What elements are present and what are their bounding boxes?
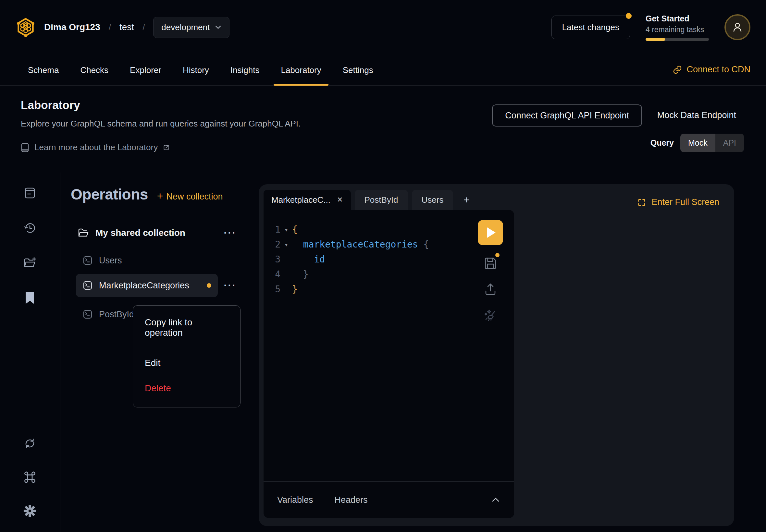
code-line: 4 } xyxy=(263,267,514,282)
breadcrumb-org[interactable]: Dima Org123 xyxy=(44,22,100,32)
tab-schema[interactable]: Schema xyxy=(21,65,66,85)
play-icon xyxy=(487,227,496,238)
add-collection-folder-icon[interactable] xyxy=(23,256,37,270)
breadcrumb-project[interactable]: test xyxy=(119,22,134,32)
left-icon-rail xyxy=(0,173,60,532)
documentation-icon[interactable] xyxy=(23,186,37,200)
collapse-panel-chevron[interactable] xyxy=(491,497,501,503)
operation-editor: MarketplaceC... ✕ PostById Users + 1 xyxy=(263,190,514,518)
variables-tab[interactable]: Variables xyxy=(277,495,313,505)
book-icon xyxy=(21,143,29,152)
collection-row: My shared collection ··· xyxy=(76,223,252,243)
toggle-mock[interactable]: Mock xyxy=(680,134,715,152)
tab-laboratory[interactable]: Laboratory xyxy=(273,65,328,85)
enter-fullscreen-button[interactable]: Enter Full Screen xyxy=(637,197,719,207)
tab-settings[interactable]: Settings xyxy=(335,65,380,85)
editor-tab-users[interactable]: Users xyxy=(412,190,454,210)
saved-operations-bookmark-icon[interactable] xyxy=(23,291,37,305)
tab-explorer[interactable]: Explorer xyxy=(123,65,168,85)
code-line: 1 ▾ { xyxy=(263,222,514,237)
unsaved-changes-dot xyxy=(207,283,211,288)
operations-title: Operations xyxy=(71,186,148,203)
tab-insights[interactable]: Insights xyxy=(223,65,267,85)
prettify-query-button[interactable] xyxy=(483,308,498,323)
settings-gear-icon[interactable] xyxy=(23,504,37,518)
fold-caret[interactable]: ▾ xyxy=(280,222,292,237)
menu-delete[interactable]: Delete xyxy=(133,377,240,405)
command-shortcuts-icon[interactable] xyxy=(23,470,37,484)
operation-icon xyxy=(83,309,92,319)
operation-context-menu: Copy link to operation Edit Delete xyxy=(133,305,240,407)
fold-caret[interactable]: ▾ xyxy=(280,237,292,252)
rail-top-group xyxy=(23,186,37,305)
new-collection-button[interactable]: + New collection xyxy=(157,190,223,202)
editor-tab-label: Users xyxy=(422,195,444,205)
expand-icon xyxy=(637,198,646,207)
top-header: Dima Org123 / test / development Latest … xyxy=(0,0,766,54)
operation-marketplacecategories[interactable]: MarketplaceCategories xyxy=(76,274,218,297)
person-icon xyxy=(731,20,744,34)
operation-more-button[interactable]: ··· xyxy=(223,280,237,291)
laboratory-header: Laboratory Explore your GraphQL schema a… xyxy=(0,86,766,173)
line-number: 3 xyxy=(263,252,280,267)
get-started-title: Get Started xyxy=(646,14,709,23)
notification-dot xyxy=(626,13,632,19)
operation-icon xyxy=(83,281,92,290)
latest-changes-button[interactable]: Latest changes xyxy=(552,16,630,39)
latest-changes-label: Latest changes xyxy=(562,22,619,32)
breadcrumb-separator: / xyxy=(142,22,145,32)
collection-row-main[interactable]: My shared collection xyxy=(76,223,218,243)
code-token: id xyxy=(314,252,325,267)
editor-tab-marketplacecategories[interactable]: MarketplaceC... ✕ xyxy=(263,190,351,210)
learn-more-label: Learn more about the Laboratory xyxy=(34,142,158,152)
code-token xyxy=(418,237,424,252)
folder-open-icon xyxy=(78,228,89,238)
line-number: 4 xyxy=(263,267,280,282)
user-avatar[interactable] xyxy=(724,14,750,40)
code-token xyxy=(292,267,303,282)
code-line: 5 } xyxy=(263,282,514,297)
mock-data-endpoint-link[interactable]: Mock Data Endpoint xyxy=(657,110,736,120)
progress-fill xyxy=(646,38,665,41)
editor-tab-label: PostById xyxy=(364,195,398,205)
menu-copy-link[interactable]: Copy link to operation xyxy=(133,308,240,347)
connect-to-cdn-link[interactable]: Connect to CDN xyxy=(673,65,750,85)
operation-users[interactable]: Users xyxy=(76,251,218,270)
headers-tab[interactable]: Headers xyxy=(334,495,368,505)
learn-more-link[interactable]: Learn more about the Laboratory xyxy=(21,142,750,152)
save-operation-button[interactable] xyxy=(483,256,498,271)
nav-tabs: Schema Checks Explorer History Insights … xyxy=(21,65,380,85)
editor-tab-postbyid[interactable]: PostById xyxy=(355,190,408,210)
toggle-api[interactable]: API xyxy=(715,134,744,152)
code-line: 3 id xyxy=(263,252,514,267)
operation-row-marketplacecategories: MarketplaceCategories ··· xyxy=(76,274,252,297)
get-started-widget[interactable]: Get Started 4 remaining tasks xyxy=(646,14,709,41)
laboratory-main: Operations + New collection xyxy=(0,173,766,532)
get-started-progressbar xyxy=(646,38,709,41)
collection-more-button[interactable]: ··· xyxy=(223,227,237,238)
variant-dropdown[interactable]: development xyxy=(153,17,229,38)
menu-divider xyxy=(133,348,240,348)
tab-history[interactable]: History xyxy=(176,65,216,85)
apollo-logo-icon[interactable] xyxy=(16,17,36,37)
line-number: 1 xyxy=(263,222,280,237)
operation-row-users: Users xyxy=(76,251,252,270)
app-root: Dima Org123 / test / development Latest … xyxy=(0,0,766,532)
connect-graphql-endpoint-button[interactable]: Connect GraphQL API Endpoint xyxy=(492,104,642,127)
editor-tab-label: MarketplaceC... xyxy=(271,195,330,205)
close-tab-icon[interactable]: ✕ xyxy=(337,196,343,204)
code-line: 2 ▾ marketplaceCategories { xyxy=(263,237,514,252)
sync-schema-icon[interactable] xyxy=(23,437,37,450)
menu-edit[interactable]: Edit xyxy=(133,349,240,377)
graphql-code-area[interactable]: 1 ▾ { 2 ▾ marketplaceCategories { 3 xyxy=(263,210,514,481)
history-icon[interactable] xyxy=(23,221,37,235)
run-query-button[interactable] xyxy=(478,220,503,245)
share-operation-button[interactable] xyxy=(483,282,498,297)
fold-caret xyxy=(280,282,292,297)
editor-body: 1 ▾ { 2 ▾ marketplaceCategories { 3 xyxy=(263,210,514,518)
breadcrumb-separator: / xyxy=(109,22,111,32)
query-label: Query xyxy=(651,138,674,148)
add-tab-button[interactable]: + xyxy=(457,190,476,210)
tab-checks[interactable]: Checks xyxy=(73,65,115,85)
operations-title-row: Operations + New collection xyxy=(71,186,252,203)
